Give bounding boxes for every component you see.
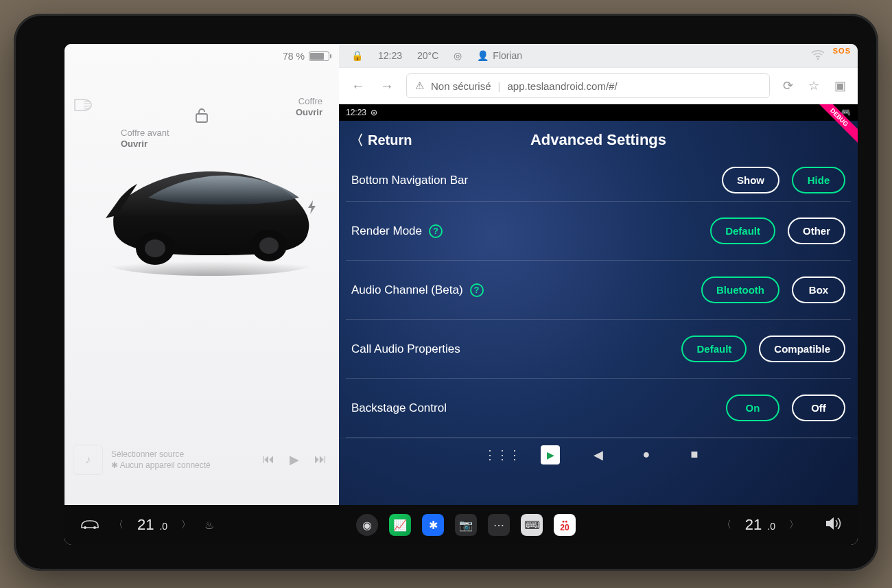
help-icon[interactable]: ? xyxy=(429,224,443,238)
url-text: app.teslaandroid.com/#/ xyxy=(507,80,617,92)
svg-point-8 xyxy=(93,526,96,529)
option-pill[interactable]: Hide xyxy=(792,167,845,193)
right-temp-down-icon[interactable]: 〈 xyxy=(718,519,736,531)
chevron-left-icon: 〈 xyxy=(350,131,364,150)
option-pill[interactable]: Default xyxy=(710,217,775,244)
media-play-icon[interactable]: ▶ xyxy=(290,452,299,467)
all-apps-icon[interactable]: ⋯ xyxy=(488,514,510,536)
return-button[interactable]: 〈 Return xyxy=(350,131,412,150)
android-nav-bar: ⋮⋮⋮ ▶ ◀ ● ■ xyxy=(339,438,858,471)
content-area: 78 % Coffre avant Ouvrir Coffre Ouvrir xyxy=(64,44,858,505)
tabs-icon[interactable]: ▣ xyxy=(832,78,848,93)
svg-point-5 xyxy=(259,237,279,254)
media-prev-icon[interactable]: ⏮ xyxy=(262,452,274,467)
app-header: 〈 Return Advanced Settings xyxy=(339,121,858,159)
seat-heat-icon[interactable]: ♨ xyxy=(204,519,214,532)
option-pill[interactable]: Compatible xyxy=(759,336,845,362)
setting-label: Backstage Control xyxy=(351,401,726,415)
setting-row: Call Audio PropertiesDefaultCompatible xyxy=(346,320,851,379)
setting-row: Render Mode?DefaultOther xyxy=(346,202,851,261)
sentry-icon[interactable]: ◎ xyxy=(454,50,462,61)
clock: 12:23 xyxy=(378,50,402,61)
setting-label: Audio Channel (Beta)? xyxy=(351,283,701,297)
reload-icon[interactable]: ⟳ xyxy=(779,78,796,93)
keyboard-app-icon[interactable]: ⌨ xyxy=(521,514,543,536)
option-group: DefaultCompatible xyxy=(681,336,845,362)
play-tile-icon[interactable]: ▶ xyxy=(541,445,560,464)
trunk-control[interactable]: Coffre Ouvrir xyxy=(296,96,322,119)
screen-bezel: 78 % Coffre avant Ouvrir Coffre Ouvrir xyxy=(14,14,878,571)
settings-list: Bottom Navigation BarShowHideRender Mode… xyxy=(339,159,858,438)
right-pane: 🔒 12:23 20°C ◎ 👤 Florian SOS ← xyxy=(339,44,858,505)
media-title: Sélectionner source xyxy=(111,449,262,460)
browser-back-icon[interactable]: ← xyxy=(349,74,368,98)
calendar-app-icon[interactable]: ●●20 xyxy=(554,514,576,536)
status-bar: 🔒 12:23 20°C ◎ 👤 Florian SOS xyxy=(339,44,858,67)
media-bar: ♪ Sélectionner source ✱ Aucun appareil c… xyxy=(73,439,339,480)
user-menu[interactable]: 👤 Florian xyxy=(477,50,522,61)
trunk-action: Ouvrir xyxy=(296,107,322,118)
svg-point-6 xyxy=(817,58,819,60)
media-next-icon[interactable]: ⏭ xyxy=(314,452,327,467)
car-app-icon[interactable] xyxy=(80,517,100,533)
bluetooth-app-icon[interactable]: ✱ xyxy=(422,514,444,536)
left-temp[interactable]: 21.0 xyxy=(137,516,167,534)
unlock-icon[interactable] xyxy=(195,107,209,126)
setting-row: Bottom Navigation BarShowHide xyxy=(346,159,851,202)
page-title: Advanced Settings xyxy=(530,131,666,149)
svg-point-3 xyxy=(145,239,165,257)
browser-forward-icon[interactable]: → xyxy=(377,74,397,98)
screen: 78 % Coffre avant Ouvrir Coffre Ouvrir xyxy=(64,44,858,545)
apps-grid-icon[interactable]: ⋮⋮⋮ xyxy=(493,445,512,464)
dashcam-icon[interactable]: ◉ xyxy=(356,514,378,536)
energy-app-icon[interactable]: 📈 xyxy=(389,514,411,536)
option-pill[interactable]: Bluetooth xyxy=(701,277,779,303)
right-temp-up-icon[interactable]: 〉 xyxy=(785,519,803,531)
setting-label-text: Audio Channel (Beta) xyxy=(351,283,463,297)
option-pill[interactable]: On xyxy=(726,395,779,421)
setting-label-text: Bottom Navigation Bar xyxy=(351,174,468,187)
car-render xyxy=(100,133,320,277)
media-text: Sélectionner source ✱ Aucun appareil con… xyxy=(111,449,262,471)
android-status-bar: 12:23 ⊜ ↔ 🎮 DEBUG xyxy=(339,104,858,121)
option-pill[interactable]: Other xyxy=(788,217,845,244)
trunk-label: Coffre xyxy=(296,96,322,107)
address-bar[interactable]: ⚠ Non sécurisé | app.teslaandroid.com/#/ xyxy=(406,73,770,98)
volume-icon[interactable] xyxy=(825,516,843,534)
option-pill[interactable]: Off xyxy=(792,395,845,421)
wifi-icon[interactable] xyxy=(811,49,825,62)
left-temp-int: 21 xyxy=(137,516,154,534)
option-pill[interactable]: Box xyxy=(792,277,845,303)
address-separator: | xyxy=(498,80,501,92)
outside-temp: 20°C xyxy=(417,50,438,61)
left-temp-down-icon[interactable]: 〈 xyxy=(110,519,128,531)
option-group: DefaultOther xyxy=(710,217,845,244)
android-status-icon: ⊜ xyxy=(371,108,377,117)
user-icon: 👤 xyxy=(477,50,489,61)
help-icon[interactable]: ? xyxy=(470,283,484,297)
option-group: OnOff xyxy=(726,395,845,421)
right-temp[interactable]: 21.0 xyxy=(745,516,775,534)
option-group: ShowHide xyxy=(722,167,845,193)
setting-row: Backstage ControlOnOff xyxy=(346,379,851,438)
option-pill[interactable]: Default xyxy=(681,336,747,362)
android-recents-icon[interactable]: ■ xyxy=(685,445,704,464)
sos-button[interactable]: SOS xyxy=(833,47,851,55)
setting-label-text: Call Audio Properties xyxy=(351,342,460,356)
android-back-icon[interactable]: ◀ xyxy=(589,445,608,464)
user-name: Florian xyxy=(493,50,522,61)
android-home-icon[interactable]: ● xyxy=(637,445,656,464)
left-temp-up-icon[interactable]: 〉 xyxy=(177,519,195,531)
setting-label: Call Audio Properties xyxy=(351,342,681,356)
lock-icon[interactable]: 🔒 xyxy=(351,50,363,61)
insecure-icon: ⚠ xyxy=(415,80,424,92)
browser-toolbar: ← → ⚠ Non sécurisé | app.teslaandroid.co… xyxy=(339,67,858,104)
setting-label: Render Mode? xyxy=(351,224,710,238)
setting-row: Audio Channel (Beta)?BluetoothBox xyxy=(346,261,851,320)
camera-app-icon[interactable]: 📷 xyxy=(455,514,477,536)
bookmark-icon[interactable]: ☆ xyxy=(806,78,822,93)
media-source-tile[interactable]: ♪ xyxy=(73,445,103,475)
security-label: Non sécurisé xyxy=(431,80,491,92)
calendar-day: 20 xyxy=(560,524,569,532)
option-pill[interactable]: Show xyxy=(722,167,779,193)
